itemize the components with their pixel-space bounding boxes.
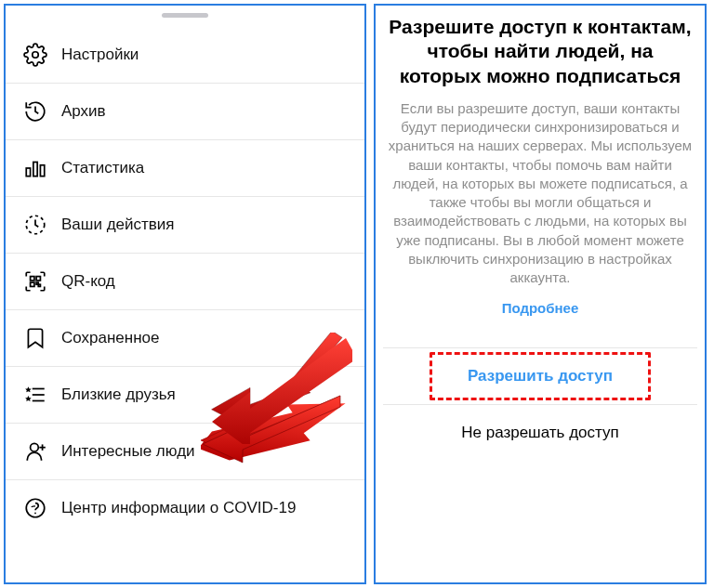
menu-item-qr[interactable]: QR-код xyxy=(6,254,364,310)
activity-icon xyxy=(22,212,48,238)
svg-rect-2 xyxy=(33,163,37,176)
close-friends-icon xyxy=(22,382,48,408)
drawer-drag-handle[interactable] xyxy=(162,13,208,18)
stats-icon xyxy=(22,155,48,181)
allow-access-button[interactable]: Разрешить доступ xyxy=(383,347,697,405)
menu-item-covid[interactable]: Центр информации о COVID-19 xyxy=(6,480,364,536)
menu-item-archive[interactable]: Архив xyxy=(6,84,364,140)
menu-item-stats[interactable]: Статистика xyxy=(6,140,364,197)
dialog-title: Разрешите доступ к контактам, чтобы найт… xyxy=(385,15,695,88)
saved-icon xyxy=(22,325,48,351)
menu-item-label: QR-код xyxy=(61,272,115,291)
menu-item-label: Настройки xyxy=(61,46,139,64)
menu-item-label: Ваши действия xyxy=(61,216,175,234)
menu-item-label: Центр информации о COVID-19 xyxy=(61,499,296,517)
menu-list: Настройки Архив xyxy=(6,27,364,536)
menu-item-label: Интересные люди xyxy=(61,442,195,461)
svg-point-18 xyxy=(26,499,45,517)
svg-rect-9 xyxy=(38,284,40,286)
menu-item-discover-people[interactable]: Интересные люди xyxy=(6,424,364,480)
menu-item-label: Сохраненное xyxy=(61,329,159,347)
menu-item-label: Архив xyxy=(61,102,106,121)
deny-access-button[interactable]: Не разрешать доступ xyxy=(383,405,697,451)
dialog-body: Если вы разрешите доступ, ваши контакты … xyxy=(383,99,697,288)
svg-rect-6 xyxy=(36,277,40,281)
settings-drawer: Настройки Архив xyxy=(4,4,366,584)
menu-item-label: Статистика xyxy=(61,159,144,177)
svg-rect-7 xyxy=(31,282,34,286)
settings-icon xyxy=(22,42,48,68)
svg-point-15 xyxy=(31,443,39,451)
svg-rect-5 xyxy=(31,277,34,281)
svg-marker-14 xyxy=(25,396,32,401)
qr-icon xyxy=(22,268,48,294)
archive-icon xyxy=(22,98,48,124)
contacts-permission-dialog: Разрешите доступ к контактам, чтобы найт… xyxy=(374,4,707,584)
svg-point-0 xyxy=(33,52,39,59)
svg-point-19 xyxy=(34,513,36,515)
covid-icon xyxy=(22,495,48,521)
menu-item-close-friends[interactable]: Близкие друзья xyxy=(6,367,364,424)
menu-item-label: Близкие друзья xyxy=(61,385,176,404)
menu-item-activity[interactable]: Ваши действия xyxy=(6,197,364,254)
svg-marker-13 xyxy=(25,386,32,392)
discover-icon xyxy=(22,438,48,464)
svg-rect-3 xyxy=(40,165,44,176)
learn-more-link[interactable]: Подробнее xyxy=(383,300,697,316)
menu-item-settings[interactable]: Настройки xyxy=(6,27,364,84)
svg-rect-1 xyxy=(26,168,30,176)
menu-item-saved[interactable]: Сохраненное xyxy=(6,310,364,367)
